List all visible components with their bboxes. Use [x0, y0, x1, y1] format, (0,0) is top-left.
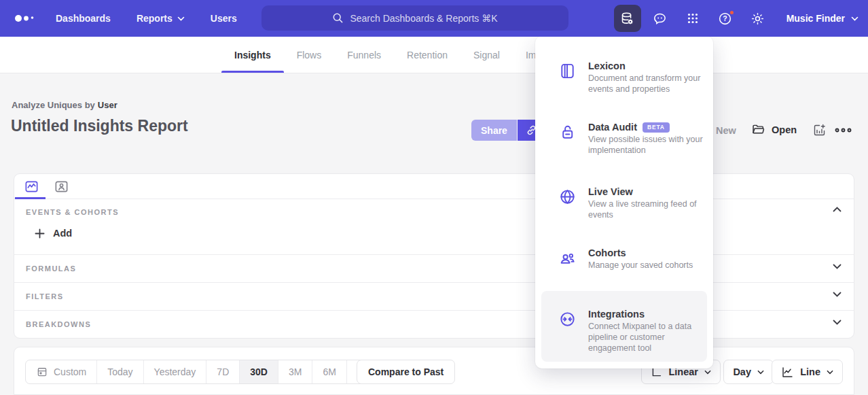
tab-flows[interactable]: Flows [284, 37, 335, 73]
menu-item-title: Integrations [588, 309, 709, 320]
report-tab-bar: Insights Flows Funnels Retention Signal … [0, 37, 868, 73]
data-management-icon [619, 11, 635, 27]
add-to-dashboard-button[interactable] [812, 123, 827, 137]
range-yesterday[interactable]: Yesterday [143, 360, 206, 383]
expand-section-button[interactable] [833, 264, 842, 269]
search-input[interactable]: Search Dashboards & Reports ⌘K [261, 5, 568, 31]
more-dots-icon [834, 125, 852, 135]
tab-label: Retention [407, 50, 448, 61]
compare-to-past-button[interactable]: Compare to Past [357, 360, 455, 384]
chevron-down-icon [757, 370, 764, 375]
section-events-cohorts: EVENTS & COHORTS Add [14, 199, 854, 254]
nav-item-dashboards[interactable]: Dashboards [56, 13, 111, 24]
chevron-down-icon [851, 16, 858, 21]
nav-item-label: Reports [137, 13, 173, 24]
new-report-button[interactable]: New [716, 125, 736, 136]
range-label: 3M [289, 366, 302, 377]
date-range-control: Custom Today Yesterday 7D 30D 3M 6M 12M [25, 360, 386, 384]
sync-icon [558, 310, 577, 328]
menu-item-title: Cohorts [588, 247, 709, 258]
feedback-button[interactable] [647, 5, 674, 32]
menu-item-text: Integrations Connect Mixpanel to a data … [588, 309, 709, 354]
data-management-menu: Lexicon Document and transform your even… [535, 36, 713, 368]
menu-item-description: Connect Mixpanel to a data pipeline or c… [588, 322, 709, 354]
search-placeholder: Search Dashboards & Reports ⌘K [350, 13, 497, 24]
more-options-button[interactable] [834, 125, 852, 135]
apps-grid-icon [685, 11, 700, 26]
line-chart-icon [781, 366, 794, 379]
interval-label: Day [733, 366, 751, 377]
range-7d[interactable]: 7D [206, 360, 239, 383]
tab-label: Flows [297, 50, 322, 61]
feedback-bubble-icon [652, 11, 668, 27]
open-label: Open [772, 124, 797, 135]
notification-dot [729, 10, 735, 16]
person-icon [54, 179, 69, 194]
collapse-section-button[interactable] [833, 207, 842, 212]
interval-dropdown[interactable]: Day [723, 360, 774, 384]
tab-label: Funnels [347, 50, 381, 61]
range-today[interactable]: Today [96, 360, 143, 383]
section-formulas[interactable]: FORMULAS [14, 254, 854, 282]
menu-item-text: Lexicon Document and transform your even… [588, 61, 709, 95]
chevron-down-icon [833, 264, 842, 269]
beta-badge: BETA [643, 122, 670, 133]
chevron-down-icon [833, 292, 842, 297]
globe-icon [558, 188, 577, 206]
nav-item-reports[interactable]: Reports [137, 13, 185, 24]
section-header: FORMULAS [26, 264, 76, 273]
add-event-button[interactable]: Add [35, 228, 72, 239]
tab-insights[interactable]: Insights [221, 37, 284, 73]
expand-section-button[interactable] [833, 320, 842, 325]
range-30d[interactable]: 30D [239, 360, 278, 383]
menu-item-description: Document and transform your events and p… [588, 73, 709, 95]
range-3m[interactable]: 3M [278, 360, 312, 383]
range-label: Custom [54, 366, 86, 377]
tab-signal[interactable]: Signal [460, 37, 513, 73]
chevron-down-icon [177, 16, 185, 21]
open-report-button[interactable]: Open [751, 122, 797, 137]
nav-right-cluster: ? Music Finder [614, 0, 858, 37]
events-view-tab[interactable] [24, 179, 39, 194]
tab-retention[interactable]: Retention [394, 37, 460, 73]
page-title[interactable]: Untitled Insights Report [11, 117, 188, 135]
menu-item-text: Cohorts Manage your saved cohorts [588, 247, 709, 271]
tab-label: Insights [234, 50, 271, 61]
people-icon [558, 249, 577, 267]
chart-type-label: Line [800, 366, 820, 377]
share-button[interactable]: Share [471, 120, 517, 141]
nav-links: Dashboards Reports Users [56, 13, 237, 24]
section-header: BREAKDOWNS [26, 320, 91, 328]
add-label: Add [53, 228, 72, 239]
chart-type-dropdown[interactable]: Line [772, 360, 843, 384]
menu-item-description: View a live streaming feed of events [588, 199, 709, 221]
svg-text:?: ? [723, 14, 727, 22]
project-switcher[interactable]: Music Finder [786, 13, 858, 24]
tab-funnels[interactable]: Funnels [334, 37, 394, 73]
subtitle-value[interactable]: User [98, 100, 117, 110]
range-custom[interactable]: Custom [26, 360, 96, 383]
section-filters[interactable]: FILTERS [14, 282, 854, 310]
nav-item-label: Users [211, 13, 237, 24]
range-label: 7D [217, 366, 229, 377]
data-management-button[interactable] [614, 5, 641, 32]
expand-section-button[interactable] [833, 292, 842, 297]
chevron-down-icon [704, 370, 711, 375]
query-view-tabs [14, 174, 854, 199]
profiles-view-tab[interactable] [54, 179, 69, 194]
mixpanel-logo[interactable] [14, 10, 38, 27]
subtitle-prefix: Analyze Uniques by [12, 100, 95, 110]
range-6m[interactable]: 6M [312, 360, 346, 383]
apps-grid-button[interactable] [679, 5, 706, 32]
help-button[interactable]: ? [712, 5, 739, 32]
chevron-down-icon [833, 320, 842, 325]
settings-button[interactable] [744, 5, 772, 32]
lock-icon [558, 123, 577, 141]
range-label: Yesterday [154, 366, 196, 377]
chart-add-icon [812, 123, 827, 137]
section-breakdowns[interactable]: BREAKDOWNS [14, 310, 854, 339]
nav-item-users[interactable]: Users [211, 13, 237, 24]
menu-item-title: Lexicon [588, 61, 709, 71]
project-name: Music Finder [786, 13, 845, 24]
menu-item-text: Live View View a live streaming feed of … [588, 186, 709, 221]
